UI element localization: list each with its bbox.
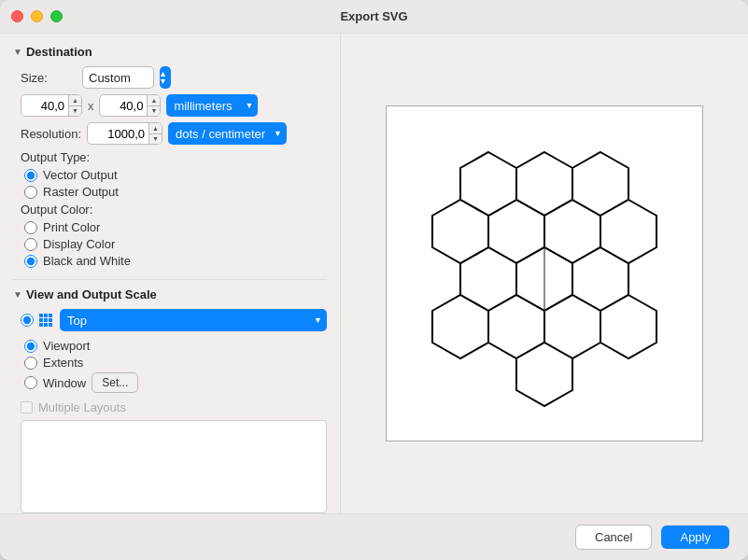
vector-output-radio[interactable] xyxy=(24,169,37,182)
size-row: Size: Custom ▲▼ xyxy=(21,66,327,89)
view-radio[interactable] xyxy=(21,314,34,327)
view-output-content: Top Front Side ▼ Viewport xyxy=(13,309,327,513)
left-panel: ▼ Destination Size: Custom ▲▼ xyxy=(0,34,341,513)
set-button[interactable]: Set... xyxy=(92,372,138,393)
height-input[interactable]: 40,0 xyxy=(100,99,147,113)
raster-output-label: Raster Output xyxy=(43,185,119,199)
output-color-radio-group: Print Color Display Color Black and Whit… xyxy=(21,220,327,268)
display-color-label: Display Color xyxy=(43,237,115,251)
extents-item: Extents xyxy=(24,356,327,370)
resolution-decrement-button[interactable]: ▼ xyxy=(149,134,162,145)
height-increment-button[interactable]: ▲ xyxy=(148,95,160,106)
export-svg-dialog: Export SVG ▼ Destination Size: Custom xyxy=(0,0,748,560)
size-label: Size: xyxy=(21,71,77,85)
destination-section-header[interactable]: ▼ Destination xyxy=(13,45,327,59)
viewport-label: Viewport xyxy=(43,339,90,353)
extents-radio[interactable] xyxy=(24,357,37,370)
output-type-section: Output Type: Vector Output Raster Output xyxy=(21,150,327,199)
resolution-increment-button[interactable]: ▲ xyxy=(149,123,162,134)
main-content: ▼ Destination Size: Custom ▲▼ xyxy=(0,34,748,513)
grid-icon xyxy=(39,314,52,327)
preview-box xyxy=(386,105,703,441)
titlebar: Export SVG xyxy=(0,0,748,34)
window-radio[interactable] xyxy=(24,376,37,389)
unit-select[interactable]: millimeters inches centimeters xyxy=(166,94,258,117)
preview-svg xyxy=(414,133,675,413)
viewport-item: Viewport xyxy=(24,339,327,353)
unit-select-wrapper: millimeters inches centimeters ▼ xyxy=(166,94,258,117)
apply-button[interactable]: Apply xyxy=(661,525,729,549)
output-type-label: Output Type: xyxy=(21,150,327,164)
black-white-radio[interactable] xyxy=(24,255,37,268)
window-label: Window xyxy=(43,376,86,390)
print-color-item: Print Color xyxy=(24,220,327,234)
cancel-button[interactable]: Cancel xyxy=(575,525,652,550)
chevron-up-down-icon: ▲▼ xyxy=(159,70,167,85)
chevron-down-icon-2: ▼ xyxy=(13,289,22,300)
bottom-bar: Cancel Apply xyxy=(0,513,748,560)
size-select-wrapper: Custom xyxy=(82,66,154,89)
view-output-label: View and Output Scale xyxy=(26,287,157,301)
output-type-radio-group: Vector Output Raster Output xyxy=(21,168,327,199)
output-color-label: Output Color: xyxy=(21,203,327,217)
divider-1 xyxy=(13,279,327,280)
vector-output-label: Vector Output xyxy=(43,168,118,182)
destination-label: Destination xyxy=(26,45,92,59)
resolution-unit-select[interactable]: dots / centimeter dots / inch xyxy=(168,122,287,145)
viewport-radio[interactable] xyxy=(24,340,37,353)
multiple-layouts-checkbox[interactable] xyxy=(21,401,33,413)
height-input-wrapper: 40,0 ▲ ▼ xyxy=(99,94,161,117)
black-white-label: Black and White xyxy=(43,254,131,268)
size-dropdown-arrow: ▲▼ xyxy=(160,66,171,89)
display-color-item: Display Color xyxy=(24,237,327,251)
window-title: Export SVG xyxy=(340,9,407,23)
height-decrement-button[interactable]: ▼ xyxy=(148,106,160,117)
width-decrement-button[interactable]: ▼ xyxy=(69,106,81,117)
dimensions-row: 40,0 ▲ ▼ x 40,0 ▲ ▼ xyxy=(21,94,327,117)
width-increment-button[interactable]: ▲ xyxy=(69,95,81,106)
resolution-input-wrapper: 1000,0 ▲ ▼ xyxy=(87,122,162,145)
destination-section-content: Size: Custom ▲▼ 40,0 ▲ xyxy=(13,66,327,268)
width-input[interactable]: 40,0 xyxy=(21,99,68,113)
width-input-wrapper: 40,0 ▲ ▼ xyxy=(21,94,82,117)
raster-output-item: Raster Output xyxy=(24,185,327,199)
extents-label: Extents xyxy=(43,356,83,370)
black-white-item: Black and White xyxy=(24,254,327,268)
view-select-wrapper: Top Front Side ▼ xyxy=(60,309,327,331)
minimize-button[interactable] xyxy=(31,10,43,22)
print-color-radio[interactable] xyxy=(24,221,37,234)
resolution-unit-wrapper: dots / centimeter dots / inch ▼ xyxy=(168,122,287,145)
right-panel xyxy=(341,34,748,513)
height-stepper: ▲ ▼ xyxy=(147,95,160,116)
x-separator: x xyxy=(88,99,94,113)
resolution-input[interactable]: 1000,0 xyxy=(88,127,148,141)
layouts-textarea[interactable] xyxy=(21,420,327,513)
scale-radio-group: Viewport Extents Window Set... xyxy=(21,339,327,393)
view-row: Top Front Side ▼ xyxy=(21,309,327,331)
maximize-button[interactable] xyxy=(50,10,63,22)
traffic-lights xyxy=(11,10,63,22)
display-color-radio[interactable] xyxy=(24,238,37,251)
chevron-down-icon: ▼ xyxy=(13,47,22,57)
window-item: Window Set... xyxy=(24,372,327,393)
resolution-label: Resolution: xyxy=(21,127,81,141)
multiple-layouts-label: Multiple Layouts xyxy=(38,400,126,414)
resolution-stepper: ▲ ▼ xyxy=(148,123,162,144)
multiple-layouts-row: Multiple Layouts xyxy=(21,400,327,414)
print-color-label: Print Color xyxy=(43,220,100,234)
close-button[interactable] xyxy=(11,10,23,22)
view-output-section-header[interactable]: ▼ View and Output Scale xyxy=(13,287,327,301)
raster-output-radio[interactable] xyxy=(24,186,37,199)
output-color-section: Output Color: Print Color Display Color xyxy=(21,203,327,268)
size-select[interactable]: Custom xyxy=(82,66,154,89)
resolution-row: Resolution: 1000,0 ▲ ▼ dots / centimeter… xyxy=(21,122,327,145)
view-select[interactable]: Top Front Side xyxy=(60,309,327,331)
width-stepper: ▲ ▼ xyxy=(68,95,81,116)
vector-output-item: Vector Output xyxy=(24,168,327,182)
